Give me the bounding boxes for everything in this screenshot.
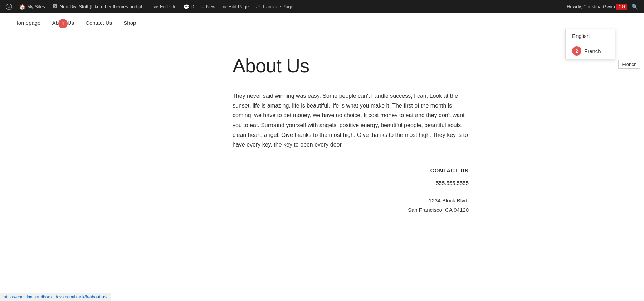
french-label: French — [584, 48, 601, 54]
nav-item-about-us[interactable]: About Us 1 — [52, 20, 74, 26]
main-content: About Us They never said winning was eas… — [161, 33, 483, 236]
address-line1: 1234 Block Blvd. — [233, 196, 469, 205]
nav-item-homepage[interactable]: Homepage — [14, 20, 40, 26]
french-badge: 2 — [572, 46, 581, 56]
translate-icon: ⇄ — [256, 4, 260, 10]
edit-site-button[interactable]: ✏ Edit site — [151, 0, 179, 13]
home-icon: 🏠 — [19, 4, 25, 10]
page-body: They never said winning was easy. Some p… — [233, 91, 469, 149]
french-tooltip-text: French — [622, 62, 636, 67]
nav-item-shop[interactable]: Shop — [123, 20, 136, 26]
my-sites-button[interactable]: 🏠 My Sites — [16, 0, 48, 13]
svg-text:D: D — [54, 5, 56, 8]
shop-link[interactable]: Shop — [123, 20, 136, 26]
language-dropdown: English 2 French — [565, 29, 615, 59]
translate-page-label: Translate Page — [262, 4, 293, 9]
svg-text:W: W — [8, 5, 10, 9]
site-nav: Homepage About Us 1 Contact Us Shop Engl… — [0, 13, 644, 33]
homepage-link[interactable]: Homepage — [14, 20, 40, 26]
new-button[interactable]: + New — [199, 0, 218, 13]
page-title: About Us — [233, 54, 469, 77]
comments-button[interactable]: 💬 0 — [181, 0, 197, 13]
howdy-text: Howdy, Christina Gwira — [567, 4, 615, 9]
french-tooltip: French — [618, 60, 640, 69]
french-option[interactable]: 2 French — [566, 43, 615, 59]
plus-icon: + — [201, 4, 204, 10]
site-name-label: Non-Divi Stuff (Like other themes and pl… — [60, 4, 147, 9]
about-us-badge: 1 — [58, 19, 68, 28]
admin-bar: W 🏠 My Sites D Non-Divi Stuff (Like othe… — [0, 0, 644, 13]
edit-site-icon: ✏ — [154, 4, 158, 10]
address-line2: San Francisco, CA 94120 — [233, 205, 469, 215]
pencil-icon: ✏ — [223, 4, 227, 10]
contact-us-link[interactable]: Contact Us — [86, 20, 112, 26]
english-label: English — [572, 33, 590, 39]
english-option[interactable]: English — [566, 29, 615, 43]
site-name-button[interactable]: D Non-Divi Stuff (Like other themes and … — [49, 0, 150, 13]
divi-icon: D — [52, 3, 58, 10]
avatar[interactable]: CG — [616, 4, 627, 10]
comment-icon: 💬 — [184, 4, 190, 10]
new-label: New — [206, 4, 215, 9]
comments-count: 0 — [191, 4, 194, 9]
contact-phone: 555.555.5555 — [233, 180, 469, 186]
nav-item-contact-us[interactable]: Contact Us — [86, 20, 112, 26]
contact-section: CONTACT US 555.555.5555 1234 Block Blvd.… — [233, 167, 469, 214]
wp-logo-button[interactable]: W — [3, 0, 15, 13]
contact-heading: CONTACT US — [233, 167, 469, 173]
edit-site-label: Edit site — [160, 4, 176, 9]
my-sites-label: My Sites — [27, 4, 45, 9]
edit-page-label: Edit Page — [229, 4, 249, 9]
translate-page-button[interactable]: ⇄ Translate Page — [253, 0, 296, 13]
search-button[interactable]: 🔍 — [629, 4, 641, 10]
contact-address: 1234 Block Blvd. San Francisco, CA 94120 — [233, 196, 469, 214]
edit-page-button[interactable]: ✏ Edit Page — [220, 0, 252, 13]
